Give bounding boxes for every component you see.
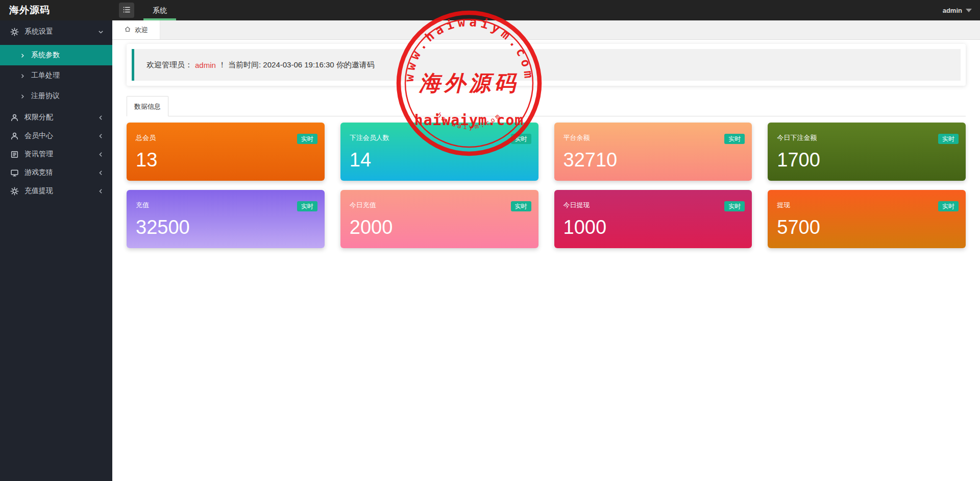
stat-card-label: 平台余额 bbox=[564, 133, 743, 142]
sidebar-toggle-button[interactable] bbox=[119, 3, 134, 18]
stat-card-value: 1700 bbox=[777, 150, 957, 170]
sidebar-item-label: 注册协议 bbox=[31, 91, 60, 101]
chevron-left-icon bbox=[97, 151, 104, 158]
stat-card-value: 14 bbox=[350, 150, 529, 170]
sidebar-item-label: 充值提现 bbox=[24, 186, 53, 196]
sidebar-item-member-center[interactable]: 会员中心 bbox=[0, 127, 112, 145]
user-icon bbox=[10, 132, 19, 140]
user-icon bbox=[10, 113, 19, 122]
username: admin bbox=[943, 7, 962, 14]
chevron-left-icon bbox=[97, 188, 104, 195]
chevron-left-icon bbox=[97, 170, 104, 176]
realtime-badge: 实时 bbox=[938, 134, 959, 144]
arrow-right-icon bbox=[19, 93, 26, 99]
data-info-section: 数据信息 总会员 13 实时 下注会员人数 14 实时 bbox=[127, 96, 966, 248]
sidebar-item-news-manage[interactable]: 资讯管理 bbox=[0, 145, 112, 163]
sidebar: 系统设置 系统参数 工单处理 bbox=[0, 20, 112, 481]
sidebar-item-game-guess[interactable]: 游戏竞猜 bbox=[0, 163, 112, 182]
sidebar-item-permissions[interactable]: 权限分配 bbox=[0, 108, 112, 127]
arrow-right-icon bbox=[19, 73, 26, 79]
sidebar-item-recharge-withdraw[interactable]: 充值提现 bbox=[0, 182, 112, 200]
topbar: 海外源码 系统 admin bbox=[0, 0, 980, 20]
realtime-badge: 实时 bbox=[297, 134, 317, 144]
sidebar-item-label: 工单处理 bbox=[31, 71, 60, 80]
active-tab-underline bbox=[143, 18, 176, 20]
realtime-badge: 实时 bbox=[511, 201, 531, 211]
stat-card-platform-balance: 平台余额 32710 实时 bbox=[554, 123, 752, 181]
stat-card-value: 32500 bbox=[136, 218, 315, 237]
admin-dashboard: 海外源码 系统 admin bbox=[0, 0, 980, 481]
stat-card-label: 总会员 bbox=[136, 133, 315, 142]
stat-card-today-recharge: 今日充值 2000 实时 bbox=[340, 190, 538, 248]
sidebar-item-register-agreement[interactable]: 注册协议 bbox=[0, 86, 112, 106]
stat-card-label: 今日下注金额 bbox=[777, 133, 957, 142]
realtime-badge: 实时 bbox=[724, 134, 745, 144]
app-logo: 海外源码 bbox=[0, 0, 112, 20]
gear-icon bbox=[10, 28, 19, 36]
stat-card-label: 今日充值 bbox=[350, 201, 529, 210]
stat-card-value: 1000 bbox=[564, 218, 743, 237]
sidebar-submenu: 系统参数 工单处理 注册协议 bbox=[0, 41, 112, 108]
stat-card-betting-members: 下注会员人数 14 实时 bbox=[340, 123, 538, 181]
stat-cards-grid: 总会员 13 实时 下注会员人数 14 实时 平台余额 32710 实时 bbox=[127, 123, 966, 248]
sidebar-item-label: 系统设置 bbox=[24, 27, 53, 36]
stat-card-recharge: 充值 32500 实时 bbox=[127, 190, 325, 248]
stat-card-value: 2000 bbox=[350, 218, 529, 237]
topnav-tab-system[interactable]: 系统 bbox=[140, 0, 179, 20]
news-icon bbox=[10, 150, 19, 159]
chevron-down-icon bbox=[97, 29, 104, 35]
home-icon bbox=[124, 26, 131, 34]
chevron-left-icon bbox=[97, 114, 104, 121]
welcome-alert: 欢迎管理员： admin ！ 当前时间: 2024-03-06 19:16:30… bbox=[132, 49, 961, 81]
gear-icon bbox=[10, 187, 19, 196]
monitor-icon bbox=[10, 169, 19, 177]
topbar-main: 系统 admin bbox=[112, 0, 980, 20]
realtime-badge: 实时 bbox=[511, 134, 531, 144]
sidebar-item-system-settings[interactable]: 系统设置 bbox=[0, 22, 112, 41]
welcome-suffix: ！ 当前时间: 2024-03-06 19:16:30 你的邀请码 bbox=[218, 60, 375, 70]
tab-welcome[interactable]: 欢迎 bbox=[112, 20, 160, 39]
arrow-right-icon bbox=[19, 52, 26, 58]
sidebar-item-system-params[interactable]: 系统参数 bbox=[0, 45, 112, 65]
stat-card-today-bets: 今日下注金额 1700 实时 bbox=[768, 123, 966, 181]
hamburger-icon bbox=[122, 6, 131, 15]
stat-card-today-withdraw: 今日提现 1000 实时 bbox=[554, 190, 752, 248]
realtime-badge: 实时 bbox=[297, 201, 317, 211]
welcome-panel: 欢迎管理员： admin ！ 当前时间: 2024-03-06 19:16:30… bbox=[127, 44, 966, 86]
stat-card-label: 今日提现 bbox=[564, 201, 743, 210]
sidebar-item-label: 资讯管理 bbox=[24, 150, 53, 159]
topnav-tab-label: 系统 bbox=[153, 6, 167, 14]
stat-card-value: 5700 bbox=[777, 218, 957, 237]
section-tabs: 数据信息 bbox=[127, 96, 966, 116]
stat-card-label: 提现 bbox=[777, 201, 957, 210]
sidebar-item-label: 权限分配 bbox=[24, 113, 53, 122]
realtime-badge: 实时 bbox=[724, 201, 745, 211]
realtime-badge: 实时 bbox=[938, 201, 959, 211]
stat-card-value: 13 bbox=[136, 150, 315, 170]
caret-down-icon bbox=[966, 9, 972, 12]
tab-data-info[interactable]: 数据信息 bbox=[127, 96, 168, 116]
stat-card-label: 充值 bbox=[136, 201, 315, 210]
welcome-username: admin bbox=[195, 61, 216, 69]
page-tabbar: 欢迎 bbox=[112, 20, 980, 40]
stat-card-value: 32710 bbox=[564, 150, 743, 170]
stat-card-withdraw: 提现 5700 实时 bbox=[768, 190, 966, 248]
sidebar-item-work-orders[interactable]: 工单处理 bbox=[0, 65, 112, 86]
sidebar-item-label: 会员中心 bbox=[24, 131, 53, 140]
main-area: 欢迎 欢迎管理员： admin ！ 当前时间: 2024-03-06 19:16… bbox=[112, 20, 980, 481]
welcome-prefix: 欢迎管理员： bbox=[146, 60, 192, 70]
user-dropdown[interactable]: admin bbox=[943, 7, 972, 14]
tab-welcome-label: 欢迎 bbox=[135, 26, 148, 35]
content: 欢迎管理员： admin ！ 当前时间: 2024-03-06 19:16:30… bbox=[112, 40, 980, 248]
chevron-left-icon bbox=[97, 133, 104, 139]
sidebar-item-label: 系统参数 bbox=[31, 51, 60, 60]
stat-card-label: 下注会员人数 bbox=[350, 133, 529, 142]
sidebar-item-label: 游戏竞猜 bbox=[24, 168, 53, 177]
stat-card-total-members: 总会员 13 实时 bbox=[127, 123, 325, 181]
